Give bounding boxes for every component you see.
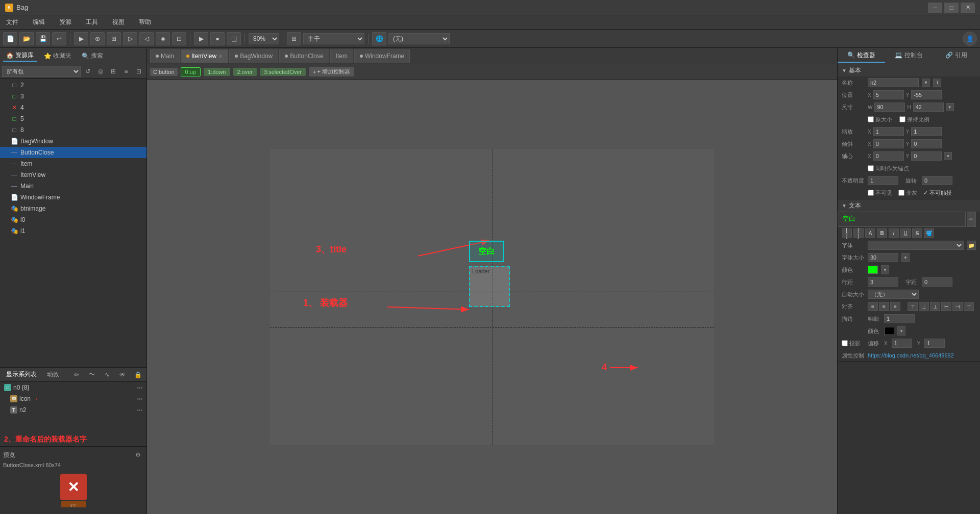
pivot-expand[interactable]: ▼	[944, 152, 952, 160]
pos-x-input[interactable]	[873, 90, 904, 99]
ctrl-state-1[interactable]: 1:down	[204, 68, 230, 76]
grid-view-btn[interactable]: ⊞	[108, 66, 119, 76]
menu-file[interactable]: 文件	[3, 17, 21, 28]
align-center-icon[interactable]: ≡	[879, 302, 889, 311]
tab-main[interactable]: Main	[150, 49, 180, 63]
align-right-icon[interactable]: ≡	[890, 302, 900, 311]
wave-icon[interactable]: ∿	[102, 370, 113, 380]
scale-y-input[interactable]	[911, 127, 942, 136]
tree-item-main[interactable]: — Main	[0, 181, 146, 192]
tree-item-5[interactable]: □ 5	[0, 113, 146, 124]
name-info[interactable]: ℹ	[933, 79, 941, 87]
blank-selected-box[interactable]: 空白	[469, 241, 504, 262]
package-select[interactable]: 所有包	[2, 66, 81, 77]
ctrl-state-0[interactable]: 0:up	[181, 67, 201, 76]
layout-btn[interactable]: ⊞	[287, 32, 301, 45]
char-spacing-input[interactable]	[922, 277, 952, 287]
text-content-display[interactable]: 空白	[838, 212, 966, 227]
test-button[interactable]: ◫	[227, 32, 241, 45]
zoom-select[interactable]: 80%	[249, 33, 279, 44]
tree-item-2[interactable]: □ 2	[0, 80, 146, 91]
layer-icon[interactable]: 🖼 icon ← •••	[0, 393, 146, 404]
italic-btn[interactable]: I	[889, 228, 899, 238]
name-input[interactable]	[868, 78, 919, 87]
edit-icon[interactable]: ✏	[71, 370, 82, 380]
tb-btn5[interactable]: ◁	[139, 32, 154, 45]
tab-buttonclose[interactable]: ButtonClose	[279, 49, 329, 63]
size-w-input[interactable]	[874, 102, 905, 112]
opacity-input[interactable]	[868, 176, 898, 185]
menu-edit[interactable]: 编辑	[30, 17, 48, 28]
tab-ref[interactable]: 🔗 引用	[933, 49, 980, 63]
tab-itemview[interactable]: ItemView ✕	[181, 49, 228, 63]
ctrl-state-3[interactable]: 3:selectedOver	[260, 68, 306, 76]
curve-icon[interactable]: 〜	[86, 370, 97, 380]
text-edit-btn[interactable]: ✏	[967, 212, 976, 227]
tree-item-windowframe[interactable]: 📄 WindowFrame	[0, 192, 146, 203]
paintbucket-btn[interactable]: 🪣	[924, 228, 934, 238]
loader-box[interactable]: Loader	[469, 266, 510, 307]
tree-item-itemview[interactable]: — ItemView	[0, 169, 146, 181]
tab-favorites[interactable]: ⭐ 收藏夹	[41, 50, 75, 61]
tab-search[interactable]: 🔍 搜索	[79, 50, 106, 61]
stroke-color-dropdown[interactable]: ▼	[897, 326, 905, 336]
open-button[interactable]: 📂	[19, 32, 34, 45]
shadow-y-input[interactable]	[924, 339, 945, 348]
align-left-btn[interactable]: A	[865, 228, 875, 238]
tree-item-3[interactable]: □ 3	[0, 91, 146, 102]
color-swatch[interactable]	[868, 266, 878, 274]
scale-x-input[interactable]	[873, 127, 904, 136]
tree-item-i0[interactable]: 🎭 i0	[0, 214, 146, 225]
align-extra3[interactable]: ⊤	[964, 302, 974, 311]
tab-item[interactable]: Item	[330, 49, 353, 63]
bracket1-btn[interactable]: []	[842, 228, 852, 238]
tb-btn7[interactable]: ⊡	[172, 32, 186, 45]
name-dropdown[interactable]: ▼	[922, 79, 930, 87]
underline-btn[interactable]: U	[900, 228, 911, 238]
line-spacing-input[interactable]	[868, 277, 898, 287]
sync-pivot-checkbox[interactable]	[868, 165, 874, 171]
pivot-y-input[interactable]	[911, 151, 942, 161]
tree-item-bagwindow[interactable]: 📄 BagWindow	[0, 136, 146, 147]
tab-animation[interactable]: 动效	[44, 369, 62, 380]
menu-tools[interactable]: 工具	[83, 17, 101, 28]
invisible-checkbox[interactable]	[868, 190, 874, 196]
tree-item-i1[interactable]: 🎭 i1	[0, 225, 146, 237]
rotate-input[interactable]	[922, 176, 952, 185]
branch-select[interactable]: 主干	[303, 33, 364, 44]
tab-console[interactable]: 💻 控制台	[885, 49, 933, 63]
menu-resource[interactable]: 资源	[56, 17, 75, 28]
itemview-close-icon[interactable]: ✕	[218, 54, 223, 59]
valign-top-icon[interactable]: ⊤	[908, 302, 918, 311]
tab-asset-library[interactable]: 🏠 资源库	[3, 50, 37, 62]
shadow-x-input[interactable]	[892, 339, 912, 348]
tb-btn6[interactable]: ◈	[156, 32, 170, 45]
preview-settings-btn[interactable]: ⚙	[132, 450, 143, 460]
fontsize-dropdown[interactable]: ▼	[901, 253, 910, 262]
stroke-weight-input[interactable]	[884, 314, 915, 323]
tree-item-item[interactable]: — Item	[0, 158, 146, 169]
refresh-btn[interactable]: ↺	[82, 66, 93, 76]
tab-windowframe[interactable]: WindowFrame	[354, 49, 410, 63]
tree-item-btnimage[interactable]: 🎭 btnimage	[0, 203, 146, 214]
pos-y-input[interactable]	[911, 90, 942, 99]
tab-layers[interactable]: 显示系列表	[3, 369, 40, 380]
tree-item-buttonclose[interactable]: — ButtonClose	[0, 147, 146, 158]
align-extra1[interactable]: ⊢	[941, 302, 951, 311]
save-button[interactable]: 💾	[36, 32, 50, 45]
tb-btn3[interactable]: ⊞	[107, 32, 121, 45]
valign-bot-icon[interactable]: ⊥	[930, 302, 940, 311]
bracket2-btn[interactable]: {}	[853, 228, 864, 238]
menu-view[interactable]: 视图	[109, 17, 128, 28]
skew-x-input[interactable]	[873, 139, 904, 148]
tb-btn4[interactable]: ▷	[123, 32, 137, 45]
eye-icon[interactable]: 👁	[117, 370, 128, 380]
add-controller-btn[interactable]: + + 增加控制器	[309, 67, 354, 76]
canvas-area[interactable]: 空白 Loader	[147, 80, 837, 514]
keep-ratio-checkbox[interactable]	[899, 116, 905, 122]
locate-btn[interactable]: ◎	[95, 66, 106, 76]
tb-btn1[interactable]: ▶	[74, 32, 88, 45]
tab-bagwindow[interactable]: BagWindow	[229, 49, 278, 63]
align-left-icon[interactable]: ≡	[868, 302, 878, 311]
bold-btn[interactable]: B	[877, 228, 887, 238]
